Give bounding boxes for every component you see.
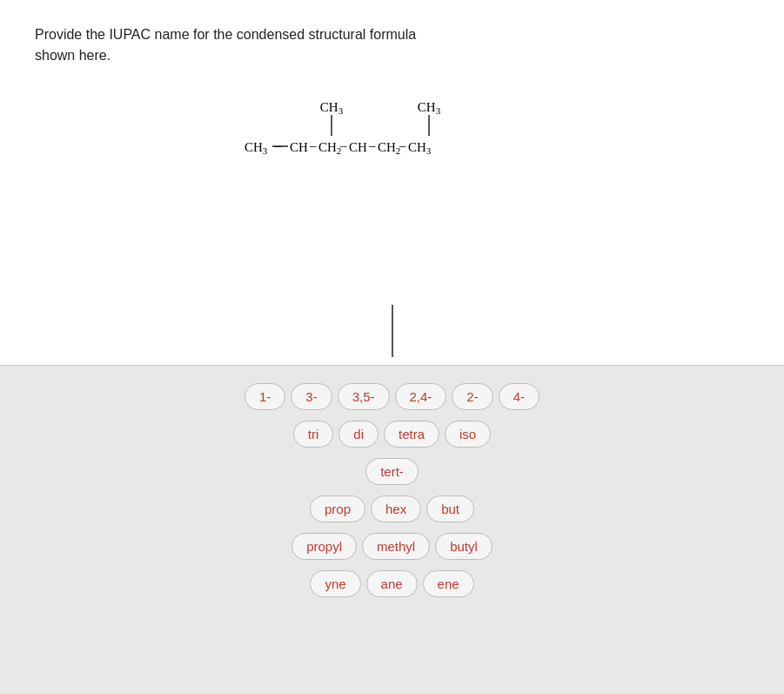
question-text: Provide the IUPAC name for the condensed… [35,24,749,66]
btn-ene[interactable]: ene [423,570,474,597]
btn-propyl[interactable]: propyl [291,533,357,560]
question-section: Provide the IUPAC name for the condensed… [0,0,784,366]
btn-tert[interactable]: tert- [365,458,419,485]
btn-hex[interactable]: hex [371,495,421,522]
btn-ane[interactable]: ane [366,570,418,597]
btn-2[interactable]: 2- [452,383,493,410]
formula-ch1: CH [290,140,308,154]
formula-ch3-end: CH3 [408,140,432,156]
formula-ch3-top-right: CH3 [417,100,440,116]
btn-35[interactable]: 3,5- [338,383,390,410]
btn-methyl[interactable]: methyl [362,533,430,560]
button-row-5: propyl methyl butyl [291,533,493,560]
button-row-6: yne ane ene [310,570,473,597]
btn-di[interactable]: di [338,421,379,448]
divider-line [0,365,784,366]
formula-container: CH3 CH3 CH3 – CH – CH2 – CH [35,92,749,206]
question-line2: shown here. [35,48,111,63]
formula-ch2-2: CH2 [378,140,400,156]
cursor-line [392,305,393,357]
button-row-4: prop hex but [310,495,474,522]
btn-tri[interactable]: tri [293,421,334,448]
formula-ch2-1: CH2 [318,140,341,156]
structural-formula: CH3 CH3 CH3 – CH – CH2 – CH [227,92,558,206]
formula-dash2: – [309,138,317,152]
btn-iso[interactable]: iso [445,421,491,448]
formula-ch3-start: CH3 [245,140,268,156]
btn-4[interactable]: 4- [499,383,539,410]
formula-dash4: – [368,138,376,152]
button-row-3: tert- [365,458,419,485]
btn-tetra[interactable]: tetra [384,421,439,448]
formula-dash5: – [399,138,406,152]
formula-ch2: CH [349,140,367,154]
button-row-1: 1- 3- 3,5- 2,4- 2- 4- [245,383,539,410]
btn-1[interactable]: 1- [245,383,285,410]
formula-dash1: – [274,138,282,152]
btn-yne[interactable]: yne [310,570,360,597]
button-row-2: tri di tetra iso [293,421,491,448]
btn-3[interactable]: 3- [291,383,332,410]
answer-buttons-section: 1- 3- 3,5- 2,4- 2- 4- tri di tetra iso t… [0,366,784,694]
btn-but[interactable]: but [426,495,474,522]
formula-ch3-top-left: CH3 [319,100,343,116]
question-line1: Provide the IUPAC name for the condensed… [35,27,416,42]
formula-dash3: – [339,138,347,152]
btn-butyl[interactable]: butyl [435,533,493,560]
btn-24[interactable]: 2,4- [395,383,447,410]
btn-prop[interactable]: prop [310,495,365,522]
